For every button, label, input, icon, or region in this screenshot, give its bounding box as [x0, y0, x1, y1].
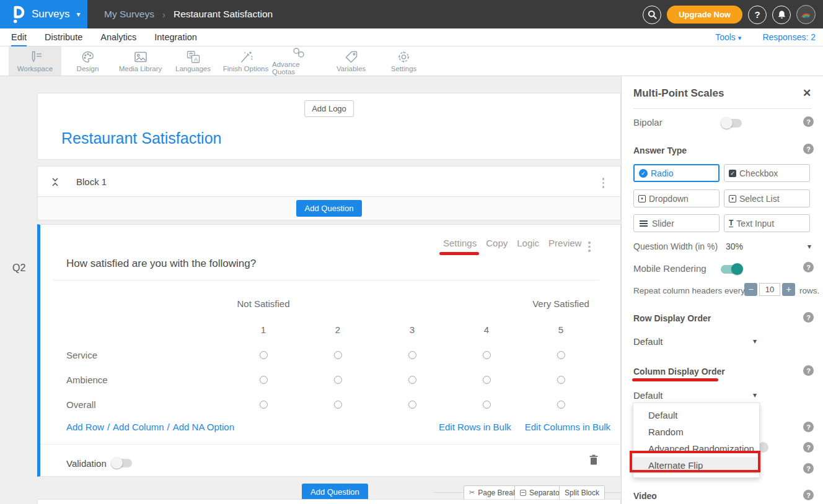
answer-type-select-list[interactable]: ▾ Select List — [724, 189, 810, 207]
question-width-value[interactable]: 30% — [726, 241, 743, 251]
svg-text:A: A — [194, 55, 198, 62]
breadcrumb-separator-icon: › — [162, 9, 165, 20]
help-icon[interactable]: ? — [803, 422, 814, 432]
tab-integration[interactable]: Integration — [154, 28, 197, 46]
radio-button[interactable] — [483, 401, 491, 409]
radio-button[interactable] — [260, 401, 268, 409]
add-na-option-link[interactable]: Add NA Option — [173, 422, 234, 432]
question-tab-logic[interactable]: Logic — [517, 238, 539, 248]
search-button[interactable] — [643, 6, 661, 24]
question-tab-copy[interactable]: Copy — [486, 238, 508, 248]
radio-button[interactable] — [557, 401, 565, 409]
tab-edit[interactable]: Edit — [11, 28, 27, 46]
column-header: 1 — [226, 317, 301, 342]
chevron-down-icon[interactable]: ▾ — [753, 337, 757, 345]
answer-type-slider[interactable]: Slider — [633, 214, 720, 232]
close-icon[interactable]: ✕ — [803, 87, 811, 100]
answer-type-radio[interactable]: ✓ Radio — [633, 164, 720, 182]
avatar[interactable] — [796, 5, 816, 24]
radio-button[interactable] — [260, 376, 268, 384]
radio-button[interactable] — [334, 401, 342, 409]
radio-button[interactable] — [557, 351, 565, 359]
notifications-button[interactable] — [772, 6, 791, 24]
question-tab-settings[interactable]: Settings — [443, 238, 477, 248]
help-icon[interactable]: ? — [803, 365, 814, 376]
help-icon[interactable]: ? — [803, 442, 814, 453]
header-actions: Upgrade Now ? — [643, 5, 816, 24]
radio-button[interactable] — [260, 351, 268, 359]
block-name[interactable]: Block 1 — [76, 176, 107, 187]
edit-rows-in-bulk-link[interactable]: Edit Rows in Bulk — [439, 422, 511, 432]
matrix-row-label[interactable]: Service — [53, 342, 226, 367]
validation-toggle[interactable] — [111, 459, 132, 467]
toolbar-finish-options[interactable]: Finish Options — [219, 46, 272, 76]
help-icon[interactable]: ? — [803, 490, 814, 500]
tools-menu[interactable]: Tools▾ — [715, 32, 741, 42]
split-block-button[interactable]: Split Block — [559, 485, 605, 500]
responses-link[interactable]: Responses: 2 — [762, 32, 816, 42]
question-text[interactable]: How satisfied are you with the following… — [66, 258, 256, 270]
matrix-row-label[interactable]: Ambience — [53, 367, 226, 392]
toolbar-languages[interactable]: A Languages — [167, 46, 219, 76]
radio-button[interactable] — [483, 351, 491, 359]
delete-question-icon[interactable] — [589, 454, 598, 467]
help-icon[interactable]: ? — [803, 312, 814, 323]
radio-button[interactable] — [408, 401, 416, 409]
help-icon[interactable]: ? — [803, 116, 814, 127]
edit-columns-in-bulk-link[interactable]: Edit Columns in Bulk — [525, 422, 610, 432]
toolbar-variables[interactable]: Variables — [325, 46, 377, 76]
menu-option-alternate-flip[interactable]: Alternate Flip — [633, 457, 759, 474]
repeat-plus-button[interactable]: + — [782, 283, 795, 296]
radio-button[interactable] — [334, 376, 342, 384]
annotation-settings-underline — [439, 252, 479, 255]
chevron-down-icon[interactable]: ▾ — [753, 391, 757, 399]
menu-option-random[interactable]: Random — [633, 424, 759, 440]
radio-button[interactable] — [408, 351, 416, 359]
toolbar-settings[interactable]: Settings — [377, 46, 430, 76]
answer-type-dropdown[interactable]: ▾ Dropdown — [633, 189, 720, 207]
radio-button[interactable] — [483, 376, 491, 384]
block-menu-icon[interactable] — [600, 175, 607, 191]
question-tab-preview[interactable]: Preview — [548, 238, 581, 248]
upgrade-now-button[interactable]: Upgrade Now — [667, 6, 742, 24]
tab-analytics[interactable]: Analytics — [100, 28, 136, 46]
tab-distribute[interactable]: Distribute — [45, 28, 82, 46]
row-display-order-select[interactable]: Default — [633, 336, 663, 347]
menu-option-advanced-randomization[interactable]: Advanced Randomization — [633, 440, 759, 457]
question-menu-icon[interactable] — [586, 239, 593, 254]
toolbar-advance-quotas[interactable]: Advance Quotas — [272, 46, 325, 76]
repeat-minus-button[interactable]: − — [744, 283, 757, 296]
menu-option-default[interactable]: Default — [633, 407, 759, 424]
collapse-block-icon[interactable] — [51, 177, 59, 189]
chevron-down-icon[interactable]: ▾ — [808, 242, 811, 251]
page-break-button[interactable]: ✂ Page Break — [464, 485, 522, 500]
surveys-product-menu[interactable]: Surveys ▾ — [0, 0, 87, 28]
radio-button[interactable] — [408, 376, 416, 384]
column-display-order-select[interactable]: Default — [633, 390, 663, 401]
add-row-link[interactable]: Add Row — [66, 422, 104, 432]
radio-button[interactable] — [557, 376, 565, 384]
toolbar-media-library[interactable]: Media Library — [114, 46, 167, 76]
add-question-button-bottom[interactable]: Add Question — [302, 484, 368, 500]
radio-button[interactable] — [334, 351, 342, 359]
add-question-button-top[interactable]: Add Question — [296, 200, 363, 217]
answer-type-checkbox[interactable]: ✓ Checkbox — [724, 164, 810, 182]
add-logo-button[interactable]: Add Logo — [304, 100, 354, 117]
mobile-rendering-toggle[interactable] — [721, 265, 742, 274]
answer-type-text-input[interactable]: T Text Input — [724, 214, 810, 232]
toolbar-design[interactable]: Design — [61, 46, 114, 76]
toolbar-workspace[interactable]: Workspace — [9, 46, 61, 76]
question-card: Settings Copy Logic Preview How satisfie… — [37, 224, 621, 477]
help-icon[interactable]: ? — [803, 463, 814, 474]
bipolar-toggle[interactable] — [721, 119, 742, 128]
repeat-rows-input[interactable] — [759, 283, 780, 296]
help-icon[interactable]: ? — [803, 144, 814, 154]
matrix-row-label[interactable]: Overall — [53, 392, 226, 417]
survey-title[interactable]: Restaurant Satisfaction — [61, 129, 221, 147]
help-button[interactable]: ? — [748, 6, 767, 24]
text-input-icon: T — [729, 219, 733, 227]
breadcrumb-my-surveys[interactable]: My Surveys — [104, 9, 154, 20]
add-column-link[interactable]: Add Column — [113, 422, 164, 432]
top-header: Surveys ▾ My Surveys › Restaurant Satisf… — [0, 0, 823, 28]
help-icon[interactable]: ? — [803, 262, 814, 272]
